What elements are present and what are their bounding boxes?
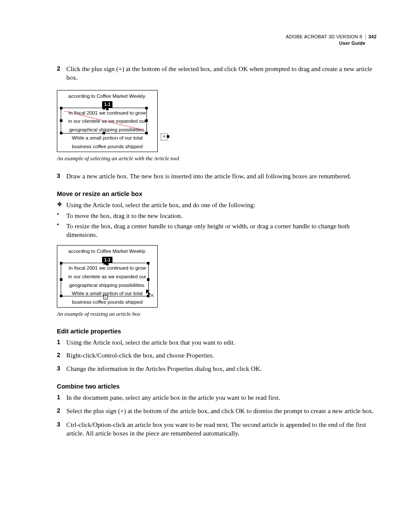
resize-cursor-icon xyxy=(145,289,155,298)
fig1-line: While a small portion of our total xyxy=(57,134,157,143)
edit-step-1: 1 Using the Article tool, select the art… xyxy=(57,338,377,347)
bullet-text: To resize the box, drag a center handle … xyxy=(66,222,377,240)
combine-step-3: 3 Ctrl-click/Option-click an article box… xyxy=(57,420,377,438)
bullet-text: To move the box, drag it to the new loca… xyxy=(66,212,377,220)
step-text: Right-click/Control-click the box, and c… xyxy=(66,351,377,360)
step-number: 3 xyxy=(57,364,66,373)
fig1-line: business coffee pounds shipped xyxy=(57,143,157,151)
step-text: Change the information in the Articles P… xyxy=(66,364,377,373)
figure-resize-article: according to Coffee Market Weekly. 1-1 I… xyxy=(57,245,377,317)
diamond-bullet-icon: ❖ xyxy=(57,201,66,209)
sub-bullet: • To move the box, drag it to the new lo… xyxy=(57,212,377,220)
step-number: 3 xyxy=(57,172,66,180)
combine-step-1: 1 In the document pane, select any artic… xyxy=(57,393,377,402)
selection-rectangle: + xyxy=(61,263,149,296)
step-number: 1 xyxy=(57,338,66,347)
step-text: Ctrl-click/Option-click an article box y… xyxy=(66,420,377,438)
step-number: 1 xyxy=(57,393,66,402)
lead-text: Using the Article tool, select the artic… xyxy=(66,201,377,209)
lead-bullet: ❖ Using the Article tool, select the art… xyxy=(57,201,377,209)
dot-bullet-icon: • xyxy=(57,222,66,240)
fig2-line: according to Coffee Market Weekly. xyxy=(57,247,157,256)
page-header: ADOBE ACROBAT 3D VERSION 8 342 User Guid… xyxy=(286,34,377,47)
step-number: 2 xyxy=(57,65,66,82)
figure-select-article: according to Coffee Market Weekly. 1-1 I… xyxy=(57,90,377,162)
selection-rectangle xyxy=(61,108,147,134)
plus-handle-icon xyxy=(167,135,169,138)
page-number: 342 xyxy=(365,34,377,40)
doc-title: User Guide xyxy=(286,40,377,47)
edit-step-3: 3 Change the information in the Articles… xyxy=(57,364,377,373)
step-text: Draw a new article box. The new box is i… xyxy=(66,172,377,180)
figure-caption: An example of selecting an article with … xyxy=(57,155,377,162)
step-number: 2 xyxy=(57,351,66,360)
step-3: 3 Draw a new article box. The new box is… xyxy=(57,172,377,180)
section-heading-move-resize: Move or resize an article box xyxy=(57,190,377,199)
step-text: Using the Article tool, select the artic… xyxy=(66,338,377,347)
svg-marker-1 xyxy=(146,289,150,295)
product-name: ADOBE ACROBAT 3D VERSION 8 xyxy=(286,34,362,39)
step-number: 3 xyxy=(57,420,66,438)
step-number: 2 xyxy=(57,407,66,415)
sub-bullet: • To resize the box, drag a center handl… xyxy=(57,222,377,240)
step-2: 2 Click the plus sign (+) at the bottom … xyxy=(57,65,377,82)
figure-caption: An example of resizing an article box xyxy=(57,310,377,318)
dot-bullet-icon: • xyxy=(57,212,66,220)
section-heading-combine: Combine two articles xyxy=(57,383,377,391)
edit-step-2: 2 Right-click/Control-click the box, and… xyxy=(57,351,377,360)
step-text: Click the plus sign (+) at the bottom of… xyxy=(66,65,377,82)
page-content: 2 Click the plus sign (+) at the bottom … xyxy=(57,65,377,438)
fig1-line: according to Coffee Market Weekly. xyxy=(57,92,157,101)
step-text: In the document pane, select any article… xyxy=(66,393,377,402)
step-text: Select the plus sign (+) at the bottom o… xyxy=(66,407,377,415)
section-heading-edit-properties: Edit article properties xyxy=(57,327,377,336)
combine-step-2: 2 Select the plus sign (+) at the bottom… xyxy=(57,407,377,415)
